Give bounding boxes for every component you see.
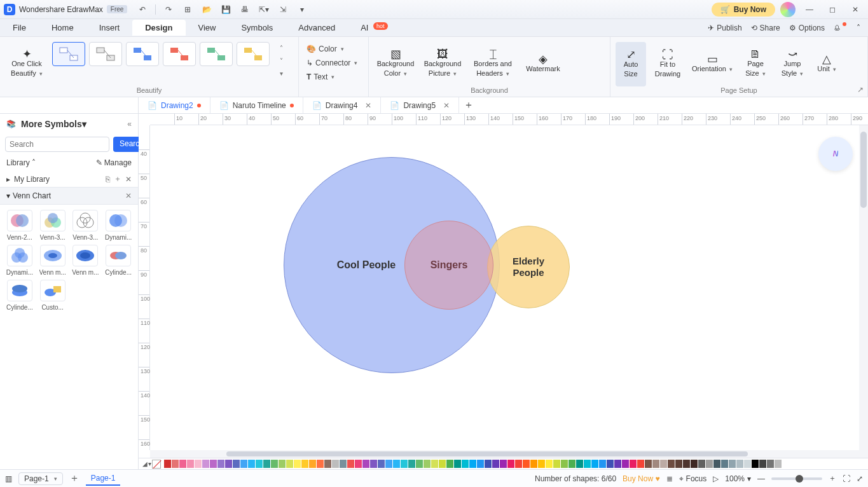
qat-more-button[interactable]: ▾ — [296, 3, 308, 16]
color-swatch[interactable] — [424, 460, 431, 468]
add-page-button[interactable]: ＋ — [69, 472, 79, 485]
color-swatch[interactable] — [622, 460, 629, 468]
shape-venn-2[interactable]: Venn-2... — [5, 210, 34, 241]
venn-singers[interactable]: Singers — [404, 221, 493, 310]
close-tab-icon[interactable]: ✕ — [365, 101, 371, 110]
undo-button[interactable]: ↶ — [136, 3, 149, 16]
section-venn-chart[interactable]: ▾ Venn Chart ✕ — [0, 187, 138, 205]
color-swatch[interactable] — [172, 460, 179, 468]
color-swatch[interactable] — [469, 460, 476, 468]
manage-button[interactable]: ✎Manage — [96, 158, 132, 167]
fullscreen-button[interactable]: ⤢ — [857, 474, 863, 483]
color-swatch[interactable] — [378, 460, 385, 468]
color-swatch[interactable] — [652, 460, 659, 468]
background-picture-button[interactable]: 🖼 Background Picture ▾ — [421, 42, 464, 86]
borders-headers-button[interactable]: ⌶ Borders and Headers ▾ — [468, 42, 518, 86]
background-color-button[interactable]: ▧ Background Color ▾ — [374, 42, 417, 86]
close-tab-icon[interactable]: ✕ — [443, 101, 450, 110]
color-swatch[interactable] — [698, 460, 705, 468]
color-swatch[interactable] — [187, 460, 194, 468]
menu-symbols[interactable]: Symbols — [228, 20, 286, 36]
close-window-button[interactable]: ✕ — [846, 3, 864, 17]
zoom-knob[interactable] — [796, 475, 803, 483]
zoom-level[interactable]: 100%▾ — [725, 474, 751, 483]
color-swatch[interactable] — [775, 460, 782, 468]
page-selector[interactable]: Page-1▾ — [18, 472, 63, 485]
color-swatch[interactable] — [492, 460, 499, 468]
shape-dynamic-b[interactable]: Dynami... — [5, 245, 34, 276]
color-swatch[interactable] — [706, 460, 713, 468]
beautify-style-4[interactable] — [163, 42, 196, 66]
color-swatch[interactable] — [553, 460, 560, 468]
collapse-ribbon-button[interactable]: ˄ — [857, 24, 860, 32]
color-swatch[interactable] — [393, 460, 400, 468]
menu-design[interactable]: Design — [132, 20, 185, 36]
color-swatch[interactable] — [439, 460, 446, 468]
vertical-scrollbar[interactable] — [859, 125, 868, 450]
color-swatch[interactable] — [477, 460, 484, 468]
color-swatch[interactable] — [240, 460, 247, 468]
color-swatch[interactable] — [324, 460, 331, 468]
shape-venn-m-b[interactable]: Venn m... — [71, 245, 100, 276]
share-button[interactable]: ⟲Share — [751, 24, 780, 32]
color-swatch[interactable] — [217, 460, 224, 468]
color-swatch[interactable] — [431, 460, 438, 468]
color-swatch[interactable] — [485, 460, 492, 468]
color-swatch[interactable] — [248, 460, 255, 468]
canvas[interactable]: Cool People ElderlyPeople Singers N — [150, 125, 868, 450]
color-swatch[interactable] — [279, 460, 286, 468]
watermark-button[interactable]: ◈ Watermark — [521, 42, 565, 86]
orientation-button[interactable]: ▭ Orientation ▾ — [689, 42, 735, 86]
color-swatch[interactable] — [256, 460, 263, 468]
doctab-drawing4[interactable]: 📄 Drawing4 ✕ — [303, 97, 382, 113]
color-swatch[interactable] — [591, 460, 598, 468]
color-swatch[interactable] — [355, 460, 362, 468]
color-swatch[interactable] — [385, 460, 392, 468]
color-swatch[interactable] — [599, 460, 606, 468]
fit-to-drawing-button[interactable]: ⛶ Fit to Drawing — [650, 42, 685, 86]
color-swatch[interactable] — [317, 460, 324, 468]
beautify-style-1[interactable] — [52, 42, 85, 66]
layers-button[interactable]: ≣ — [666, 474, 673, 483]
menu-advanced[interactable]: Advanced — [286, 20, 348, 36]
color-swatch[interactable] — [179, 460, 186, 468]
zoom-in-button[interactable]: ＋ — [829, 473, 836, 484]
color-swatch[interactable] — [225, 460, 232, 468]
color-swatch[interactable] — [660, 460, 667, 468]
color-swatch[interactable] — [309, 460, 316, 468]
color-swatch[interactable] — [507, 460, 514, 468]
shape-dynamic-a[interactable]: Dynami... — [104, 210, 133, 241]
color-swatch[interactable] — [691, 460, 698, 468]
section-close-button[interactable]: ✕ — [125, 191, 132, 200]
color-swatch[interactable] — [736, 460, 743, 468]
new-button[interactable]: ⊞ — [181, 3, 194, 16]
shape-custom[interactable]: Custo... — [38, 280, 67, 311]
beautify-style-2[interactable] — [89, 42, 122, 66]
color-swatch[interactable] — [195, 460, 202, 468]
color-swatch[interactable] — [668, 460, 675, 468]
add-icon[interactable]: ＋ — [114, 174, 121, 184]
color-swatch[interactable] — [759, 460, 766, 468]
color-swatch[interactable] — [332, 460, 339, 468]
color-swatch[interactable] — [683, 460, 690, 468]
style-more-button[interactable]: ▾ — [276, 67, 286, 79]
fit-page-button[interactable]: ⛶ — [843, 474, 850, 483]
color-swatch[interactable] — [416, 460, 423, 468]
doctab-naruto[interactable]: 📄 Naruto Timeline — [210, 97, 303, 113]
color-swatch[interactable] — [370, 460, 377, 468]
no-fill-swatch[interactable] — [152, 460, 161, 469]
notifications-button[interactable]: 🕭 — [834, 24, 848, 32]
color-swatch[interactable] — [462, 460, 469, 468]
page-size-button[interactable]: 🗎 Page Size ▾ — [739, 42, 772, 86]
color-swatch[interactable] — [568, 460, 575, 468]
maximize-button[interactable]: ◻ — [823, 3, 841, 17]
color-swatch[interactable] — [607, 460, 614, 468]
print-button[interactable]: 🖶 — [238, 3, 251, 16]
color-swatch[interactable] — [233, 460, 240, 468]
connector-dropdown[interactable]: ↳Connector▾ — [304, 56, 360, 70]
color-swatch[interactable] — [752, 460, 759, 468]
options-button[interactable]: ⚙Options — [789, 24, 825, 32]
color-swatch[interactable] — [202, 460, 209, 468]
color-swatch[interactable] — [538, 460, 545, 468]
search-input[interactable] — [5, 137, 109, 152]
